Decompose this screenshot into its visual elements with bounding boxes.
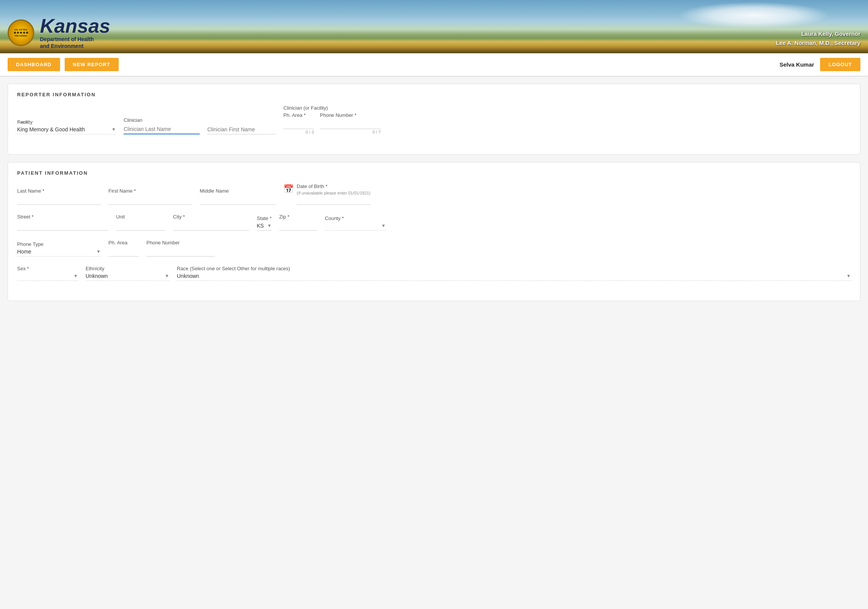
county-label: County * bbox=[325, 215, 386, 221]
first-name-input[interactable] bbox=[108, 195, 192, 205]
phone-type-label: Phone Type bbox=[17, 241, 101, 247]
race-select-wrapper[interactable]: Unknown White Black Asian Other ▼ bbox=[177, 273, 851, 281]
patient-phone-num-group: Phone Number bbox=[146, 240, 215, 257]
last-name-input[interactable] bbox=[17, 195, 101, 205]
zip-label: Zip * bbox=[279, 214, 317, 220]
clinician-or-facility-group: Clinician (or Facility) Ph. Area * 0 / 3… bbox=[283, 105, 851, 134]
facility-name-label: Name bbox=[17, 120, 28, 124]
reporter-row: Facility Name King Memory & Good Health … bbox=[17, 105, 851, 134]
clinician-group: Clinician bbox=[124, 117, 200, 134]
nav-right: Selva Kumar LOGOUT bbox=[780, 58, 861, 71]
clinician-last-name-input[interactable] bbox=[124, 124, 200, 134]
county-select[interactable] bbox=[325, 223, 332, 229]
patient-phone-num-input[interactable] bbox=[146, 247, 215, 257]
clinician-first-group: Clinician bbox=[207, 118, 276, 134]
dob-input[interactable] bbox=[297, 195, 370, 205]
phone-type-group: Phone Type Home Cell Work Other ▼ bbox=[17, 241, 101, 257]
unit-label: Unit bbox=[116, 214, 165, 220]
facility-group: Facility Name King Memory & Good Health … bbox=[17, 119, 116, 134]
county-dropdown-icon: ▼ bbox=[381, 223, 386, 228]
patient-section-title: PATIENT INFORMATION bbox=[17, 170, 851, 176]
phone-type-select[interactable]: Home Cell Work Other bbox=[17, 249, 86, 255]
logout-button[interactable]: LOGOUT bbox=[820, 58, 860, 71]
ph-area-hint: 0 / 3 bbox=[283, 130, 314, 134]
last-name-label: Last Name * bbox=[17, 188, 101, 194]
patient-address-row: Street * Unit City * State * KS ▼ bbox=[17, 214, 851, 231]
race-dropdown-icon: ▼ bbox=[846, 273, 851, 279]
dob-wrapper: 📅 Date of Birth * (If unavailable please… bbox=[283, 183, 851, 205]
phone-number-group: Phone Number * 0 / 7 bbox=[320, 112, 381, 134]
governor-name: Laura Kelly, Governor bbox=[776, 29, 860, 38]
header-logo-area: AD ASTRA ★★★★★ PER ASPERA Kansas Departm… bbox=[0, 12, 118, 53]
calendar-icon[interactable]: 📅 bbox=[283, 184, 294, 194]
zip-group: Zip * bbox=[279, 214, 317, 231]
nav-left: DASHBOARD NEW REPORT bbox=[8, 58, 119, 71]
dob-group: 📅 Date of Birth * (If unavailable please… bbox=[283, 183, 851, 205]
first-name-label: First Name * bbox=[108, 188, 192, 194]
unit-input[interactable] bbox=[116, 221, 165, 231]
main-content: REPORTER INFORMATION Facility Name King … bbox=[0, 76, 868, 316]
clinician-label: Clinician bbox=[124, 117, 200, 123]
dob-sublabel: (If unavailable please enter 01/01/1921) bbox=[297, 191, 370, 195]
ph-area-input[interactable] bbox=[283, 120, 314, 129]
state-group: State * KS ▼ bbox=[257, 215, 272, 231]
clinician-or-facility-label: Clinician (or Facility) bbox=[283, 105, 851, 111]
facility-select[interactable]: King Memory & Good Health bbox=[17, 126, 101, 132]
phone-number-input[interactable] bbox=[320, 120, 381, 129]
state-select-wrapper[interactable]: KS ▼ bbox=[257, 223, 272, 231]
city-input[interactable] bbox=[173, 221, 249, 231]
kansas-name: Kansas bbox=[40, 16, 110, 36]
dob-label: Date of Birth * bbox=[297, 183, 370, 189]
phone-label: Phone Number * bbox=[320, 112, 381, 118]
ethnicity-select-wrapper[interactable]: Unknown Hispanic or Latino Not Hispanic … bbox=[86, 273, 169, 281]
patient-phone-row: Phone Type Home Cell Work Other ▼ Ph. Ar… bbox=[17, 240, 851, 257]
ethnicity-select[interactable]: Unknown Hispanic or Latino Not Hispanic … bbox=[86, 273, 158, 279]
patient-name-row: Last Name * First Name * Middle Name 📅 D… bbox=[17, 183, 851, 205]
ph-area-group: Ph. Area * 0 / 3 bbox=[283, 112, 314, 134]
patient-ph-area-label: Ph. Area bbox=[108, 240, 139, 246]
middle-name-group: Middle Name bbox=[200, 188, 276, 205]
race-select[interactable]: Unknown White Black Asian Other bbox=[177, 273, 276, 279]
city-label: City * bbox=[173, 214, 249, 220]
first-name-group: First Name * bbox=[108, 188, 192, 205]
kansas-branding: Kansas Department of Health and Environm… bbox=[40, 16, 110, 49]
dashboard-button[interactable]: DASHBOARD bbox=[8, 58, 60, 71]
ph-area-label: Ph. Area * bbox=[283, 112, 314, 118]
header-clouds bbox=[678, 2, 830, 29]
secretary-name: Lee A. Norman, M.D., Secretary bbox=[776, 38, 860, 48]
race-label: Race (Select one or Select Other for mul… bbox=[177, 266, 851, 271]
middle-name-label: Middle Name bbox=[200, 188, 276, 194]
kansas-dept: Department of Health and Environment bbox=[40, 36, 110, 49]
facility-select-wrapper[interactable]: Name King Memory & Good Health ▼ bbox=[17, 126, 116, 134]
phone-type-select-wrapper[interactable]: Home Cell Work Other ▼ bbox=[17, 249, 101, 257]
patient-phone-num-label: Phone Number bbox=[146, 240, 215, 246]
state-select[interactable]: KS bbox=[257, 223, 272, 229]
facility-label: Facility bbox=[17, 119, 116, 125]
patient-demographics-row: Sex * Male Female Unknown ▼ Ethnicity Un… bbox=[17, 266, 851, 281]
header-banner: AD ASTRA ★★★★★ PER ASPERA Kansas Departm… bbox=[0, 0, 868, 53]
unit-group: Unit bbox=[116, 214, 165, 231]
zip-input[interactable] bbox=[279, 221, 317, 231]
county-select-wrapper[interactable]: ▼ bbox=[325, 223, 386, 231]
user-name: Selva Kumar bbox=[780, 61, 814, 68]
street-group: Street * bbox=[17, 214, 108, 231]
street-label: Street * bbox=[17, 214, 108, 220]
last-name-group: Last Name * bbox=[17, 188, 101, 205]
facility-dropdown-icon: ▼ bbox=[111, 127, 116, 132]
patient-ph-area-input[interactable] bbox=[108, 247, 139, 257]
ethnicity-label: Ethnicity bbox=[86, 266, 169, 271]
middle-name-input[interactable] bbox=[200, 195, 276, 205]
phone-hint: 0 / 7 bbox=[320, 130, 381, 134]
header-officials: Laura Kelly, Governor Lee A. Norman, M.D… bbox=[776, 29, 860, 48]
clinician-first-name-input[interactable] bbox=[207, 125, 276, 134]
state-label: State * bbox=[257, 215, 272, 221]
new-report-button[interactable]: NEW REPORT bbox=[65, 58, 119, 71]
reporter-section-title: REPORTER INFORMATION bbox=[17, 92, 851, 97]
reporter-section: REPORTER INFORMATION Facility Name King … bbox=[8, 84, 860, 155]
ethnicity-dropdown-icon: ▼ bbox=[165, 273, 169, 279]
county-group: County * ▼ bbox=[325, 215, 386, 231]
street-input[interactable] bbox=[17, 221, 108, 231]
sex-select-wrapper[interactable]: Male Female Unknown ▼ bbox=[17, 273, 78, 281]
sex-select[interactable]: Male Female Unknown bbox=[17, 273, 67, 279]
sex-dropdown-icon: ▼ bbox=[73, 273, 78, 279]
